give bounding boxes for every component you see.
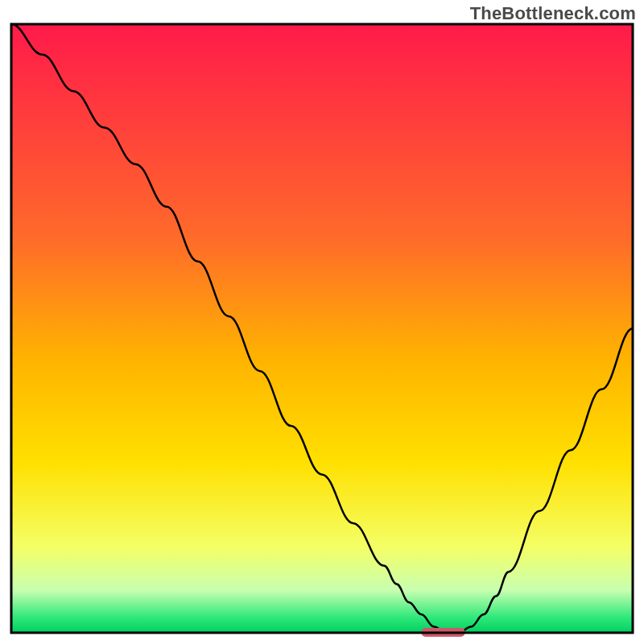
chart-svg xyxy=(0,0,644,644)
plot-area xyxy=(11,24,633,637)
gradient-background xyxy=(11,24,633,633)
bottleneck-chart: TheBottleneck.com xyxy=(0,0,644,644)
